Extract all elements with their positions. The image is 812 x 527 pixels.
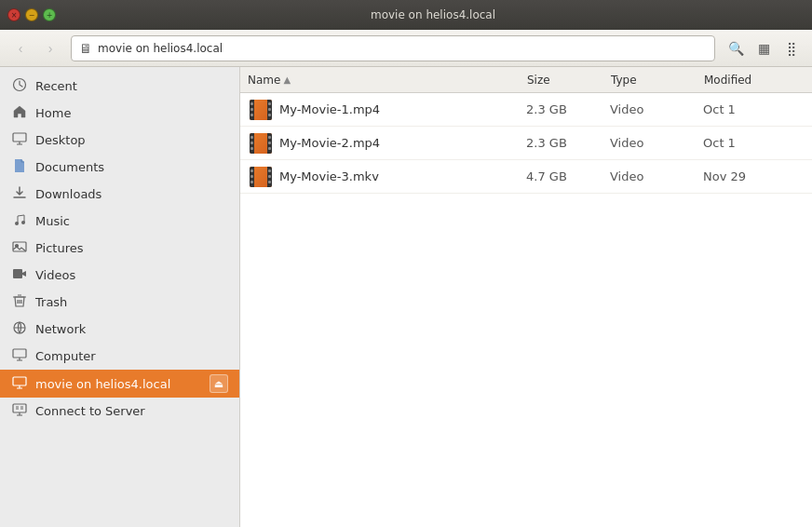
list-view-icon: ▦ — [758, 41, 770, 56]
sidebar-item-videos[interactable]: Videos — [0, 262, 239, 289]
eject-button[interactable]: ⏏ — [210, 374, 228, 393]
sidebar-item-label-computer: Computer — [35, 349, 228, 363]
svg-point-3 — [21, 221, 25, 224]
file-size: 2.3 GB — [526, 102, 610, 116]
table-row[interactable]: My-Movie-3.mkv4.7 GBVideoNov 29 — [240, 160, 812, 194]
sidebar-item-network[interactable]: Network — [0, 316, 239, 343]
back-icon: ‹ — [19, 41, 23, 56]
svg-rect-9 — [13, 377, 26, 385]
search-button[interactable]: 🔍 — [723, 35, 749, 61]
column-header-size[interactable]: Size — [527, 74, 611, 87]
svg-rect-6 — [13, 269, 22, 278]
sidebar-item-label-recent: Recent — [35, 79, 228, 93]
sidebar: RecentHomeDesktopDocumentsDownloadsMusic… — [0, 67, 240, 527]
sort-arrow-icon: ▲ — [283, 74, 291, 85]
grid-view-icon: ⣿ — [787, 41, 796, 56]
file-modified: Oct 1 — [703, 136, 805, 150]
sidebar-item-home[interactable]: Home — [0, 100, 239, 127]
sidebar-item-desktop[interactable]: Desktop — [0, 127, 239, 154]
column-modified-label: Modified — [704, 74, 751, 87]
music-icon — [11, 212, 28, 230]
forward-button[interactable]: › — [37, 35, 63, 61]
table-row[interactable]: My-Movie-1.mp42.3 GBVideoOct 1 — [240, 93, 812, 127]
sidebar-item-label-videos: Videos — [35, 268, 228, 282]
videos-icon — [11, 266, 28, 284]
file-list-body: My-Movie-1.mp42.3 GBVideoOct 1 My-Movie-… — [240, 93, 812, 527]
computer-icon — [11, 347, 28, 365]
sidebar-item-label-movie: movie on helios4.local — [35, 377, 202, 391]
file-icon — [248, 97, 274, 123]
file-modified: Nov 29 — [703, 169, 805, 183]
sidebar-item-pictures[interactable]: Pictures — [0, 235, 239, 262]
sidebar-item-label-connect: Connect to Server — [35, 404, 228, 418]
grid-view-button[interactable]: ⣿ — [778, 35, 805, 61]
file-name: My-Movie-1.mp4 — [279, 102, 526, 116]
svg-point-2 — [15, 222, 19, 225]
pictures-icon — [11, 239, 28, 257]
file-list: Name ▲ Size Type Modified — [240, 67, 812, 527]
sidebar-item-label-downloads: Downloads — [35, 187, 228, 201]
toolbar-right: 🔍 ▦ ⣿ — [723, 35, 805, 61]
window-title: movie on helios4.local — [61, 8, 805, 21]
sidebar-item-label-trash: Trash — [35, 295, 228, 309]
file-name: My-Movie-3.mkv — [279, 169, 526, 183]
forward-icon: › — [48, 41, 53, 56]
connect-icon — [11, 402, 28, 420]
window-controls: × − + — [7, 8, 56, 21]
table-row[interactable]: My-Movie-2.mp42.3 GBVideoOct 1 — [240, 127, 812, 160]
sidebar-item-computer[interactable]: Computer — [0, 343, 239, 370]
documents-icon — [11, 158, 28, 176]
sidebar-item-recent[interactable]: Recent — [0, 73, 239, 100]
sidebar-item-label-desktop: Desktop — [35, 133, 228, 147]
sidebar-item-label-documents: Documents — [35, 160, 228, 174]
sidebar-item-label-music: Music — [35, 214, 228, 228]
sidebar-item-downloads[interactable]: Downloads — [0, 181, 239, 208]
column-header-type[interactable]: Type — [611, 74, 704, 87]
file-icon — [248, 130, 274, 156]
svg-rect-8 — [13, 349, 26, 358]
close-button[interactable]: × — [7, 8, 20, 21]
location-icon: 🖥 — [79, 41, 92, 56]
desktop-icon — [11, 131, 28, 149]
svg-rect-1 — [13, 133, 26, 142]
list-view-button[interactable]: ▦ — [751, 35, 777, 61]
column-header-name[interactable]: Name ▲ — [248, 74, 527, 87]
sidebar-item-documents[interactable]: Documents — [0, 154, 239, 181]
back-button[interactable]: ‹ — [7, 35, 34, 61]
titlebar: × − + movie on helios4.local — [0, 0, 812, 30]
column-header-modified[interactable]: Modified — [704, 74, 805, 87]
location-text: movie on helios4.local — [98, 42, 223, 55]
file-icon — [248, 164, 274, 190]
movie-icon — [11, 375, 28, 393]
minimize-button[interactable]: − — [25, 8, 38, 21]
file-modified: Oct 1 — [703, 102, 805, 116]
sidebar-item-label-pictures: Pictures — [35, 241, 228, 255]
sidebar-item-label-network: Network — [35, 322, 228, 336]
file-list-header: Name ▲ Size Type Modified — [240, 67, 812, 93]
sidebar-item-label-home: Home — [35, 106, 228, 120]
toolbar: ‹ › 🖥 movie on helios4.local 🔍 ▦ ⣿ — [0, 30, 812, 67]
svg-rect-10 — [13, 404, 26, 412]
file-type: Video — [610, 102, 703, 116]
file-name: My-Movie-2.mp4 — [279, 136, 526, 150]
sidebar-item-connect[interactable]: Connect to Server — [0, 398, 239, 425]
location-bar[interactable]: 🖥 movie on helios4.local — [71, 35, 715, 61]
file-size: 2.3 GB — [526, 136, 610, 150]
home-icon — [11, 104, 28, 122]
search-icon: 🔍 — [728, 41, 744, 56]
file-type: Video — [610, 169, 703, 183]
maximize-button[interactable]: + — [43, 8, 56, 21]
sidebar-item-movie[interactable]: movie on helios4.local⏏ — [0, 370, 239, 398]
network-icon — [11, 320, 28, 338]
column-name-label: Name — [248, 74, 280, 87]
file-size: 4.7 GB — [526, 169, 610, 183]
main-content: RecentHomeDesktopDocumentsDownloadsMusic… — [0, 67, 812, 527]
column-type-label: Type — [611, 74, 637, 87]
trash-icon — [11, 293, 28, 311]
file-type: Video — [610, 136, 703, 150]
sidebar-item-trash[interactable]: Trash — [0, 289, 239, 316]
sidebar-item-music[interactable]: Music — [0, 208, 239, 235]
column-size-label: Size — [527, 74, 550, 87]
downloads-icon — [11, 185, 28, 203]
recent-icon — [11, 77, 28, 95]
